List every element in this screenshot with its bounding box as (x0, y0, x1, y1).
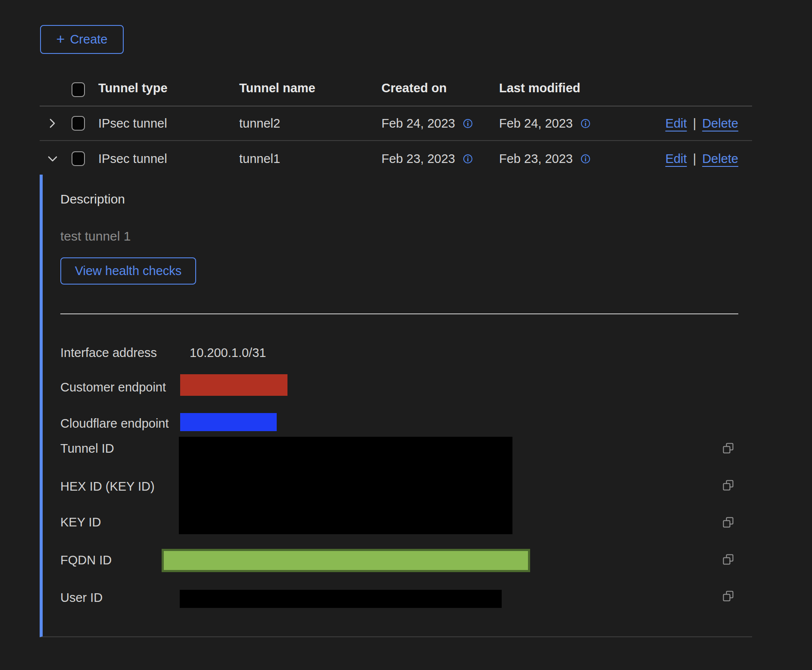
info-icon[interactable] (581, 154, 590, 164)
header-spacer (40, 95, 72, 106)
row-select-cell (72, 116, 98, 131)
copy-icon[interactable] (723, 591, 734, 602)
info-icon[interactable] (463, 119, 473, 128)
field-label-fqdn-id: FQDN ID (60, 553, 112, 567)
ids-redacted-value-block (179, 437, 512, 534)
action-separator: | (693, 116, 696, 131)
customer-endpoint-redacted-value (180, 374, 287, 396)
view-health-checks-button[interactable]: View health checks (60, 257, 196, 285)
collapse-chevron-down-icon[interactable] (40, 153, 72, 164)
last-modified-cell: Feb 23, 2023 (499, 152, 617, 166)
select-all-checkbox[interactable] (72, 82, 85, 97)
delete-link[interactable]: Delete (702, 152, 738, 166)
edit-link[interactable]: Edit (665, 152, 687, 166)
user-id-redacted-value (180, 590, 502, 608)
modified-date: Feb 23, 2023 (499, 152, 573, 166)
row-actions: Edit | Delete (617, 152, 752, 166)
created-on-cell: Feb 24, 2023 (381, 116, 499, 131)
tunnel-name-cell: tunnel2 (239, 116, 381, 131)
field-label-tunnel-id: Tunnel ID (60, 441, 114, 456)
field-label-customer-endpoint: Customer endpoint (60, 380, 166, 394)
select-all-cell (72, 82, 98, 106)
field-label-cloudflare-endpoint: Cloudflare endpoint (60, 416, 169, 431)
description-value: test tunnel 1 (60, 229, 131, 244)
copy-icon[interactable] (723, 517, 734, 528)
row-checkbox[interactable] (72, 151, 85, 166)
created-date: Feb 24, 2023 (381, 116, 455, 131)
modified-date: Feb 24, 2023 (499, 116, 573, 131)
description-label: Description (60, 192, 125, 207)
tunnel-type-cell: IPsec tunnel (98, 152, 239, 166)
row-checkbox[interactable] (72, 116, 85, 131)
field-label-key-id: KEY ID (60, 515, 101, 529)
header-tunnel-type: Tunnel type (98, 81, 239, 106)
create-button[interactable]: + Create (40, 25, 124, 54)
table-row: IPsec tunnel tunnel1 Feb 23, 2023 Feb 23… (40, 141, 752, 176)
tunnel-name-cell: tunnel1 (239, 152, 381, 166)
created-date: Feb 23, 2023 (381, 152, 455, 166)
copy-icon[interactable] (723, 480, 734, 491)
delete-link[interactable]: Delete (702, 116, 738, 131)
info-icon[interactable] (463, 154, 473, 164)
last-modified-cell: Feb 24, 2023 (499, 116, 617, 131)
tunnels-table: Tunnel type Tunnel name Created on Last … (40, 65, 752, 176)
header-actions (617, 95, 752, 106)
copy-icon[interactable] (723, 443, 734, 454)
header-created-on: Created on (381, 81, 499, 106)
action-separator: | (693, 152, 696, 166)
plus-icon: + (56, 31, 65, 46)
cloudflare-endpoint-redacted-value (180, 413, 277, 431)
header-last-modified: Last modified (499, 81, 617, 106)
panel-divider (60, 313, 738, 314)
interface-address-value: 10.200.1.0/31 (190, 346, 266, 360)
fqdn-id-redacted-value (162, 549, 530, 572)
table-row: IPsec tunnel tunnel2 Feb 24, 2023 Feb 24… (40, 106, 752, 141)
copy-icon[interactable] (723, 554, 734, 565)
field-label-user-id: User ID (60, 591, 103, 605)
row-select-cell (72, 151, 98, 166)
field-label-interface-address: Interface address (60, 346, 157, 360)
created-on-cell: Feb 23, 2023 (381, 152, 499, 166)
tunnel-type-cell: IPsec tunnel (98, 116, 239, 131)
expanded-tunnel-panel: Description test tunnel 1 View health ch… (40, 175, 752, 637)
row-actions: Edit | Delete (617, 116, 752, 131)
header-tunnel-name: Tunnel name (239, 81, 381, 106)
expand-chevron-right-icon[interactable] (40, 118, 72, 129)
edit-link[interactable]: Edit (665, 116, 687, 131)
field-label-hex-id: HEX ID (KEY ID) (60, 479, 155, 494)
create-button-label: Create (70, 32, 107, 47)
table-header-row: Tunnel type Tunnel name Created on Last … (40, 65, 752, 106)
info-icon[interactable] (581, 119, 590, 128)
